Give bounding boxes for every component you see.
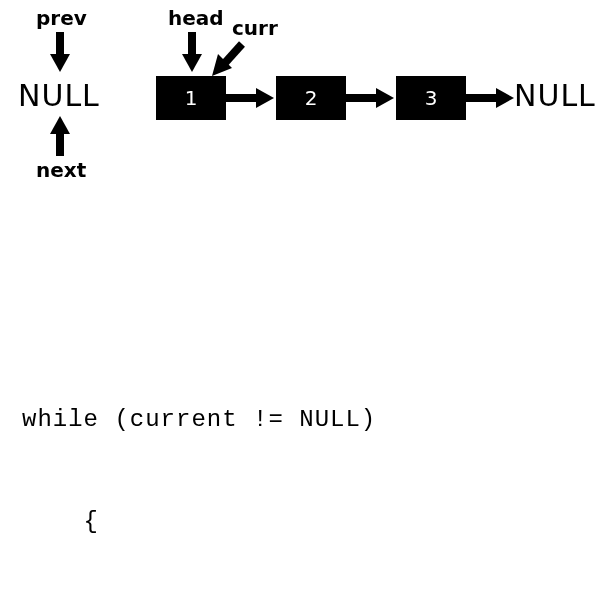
linked-list-node: 2	[276, 76, 346, 120]
svg-marker-1	[50, 54, 70, 72]
label-next: next	[36, 158, 86, 182]
diagram-canvas: prev NULL next head curr 1 2 3	[0, 0, 600, 597]
arrow-right-icon	[226, 88, 276, 108]
code-line: {	[22, 505, 463, 539]
svg-marker-5	[182, 54, 202, 72]
svg-marker-9	[256, 88, 274, 108]
null-left-text: NULL	[18, 78, 100, 113]
arrow-diag-curr-icon	[210, 40, 250, 80]
arrow-up-next-icon	[50, 116, 70, 156]
code-block: while (current != NULL) { next = current…	[22, 335, 463, 597]
svg-line-6	[224, 44, 242, 64]
null-right-text: NULL	[514, 78, 596, 113]
svg-marker-13	[496, 88, 514, 108]
arrow-down-prev-icon	[50, 32, 70, 72]
arrow-down-head-icon	[182, 32, 202, 72]
svg-marker-11	[376, 88, 394, 108]
code-line: while (current != NULL)	[22, 403, 463, 437]
label-curr: curr	[232, 16, 278, 40]
label-prev: prev	[36, 6, 87, 30]
arrow-right-icon	[466, 88, 516, 108]
linked-list-node: 1	[156, 76, 226, 120]
svg-marker-2	[50, 116, 70, 134]
arrow-right-icon	[346, 88, 396, 108]
linked-list-node: 3	[396, 76, 466, 120]
label-head: head	[168, 6, 224, 30]
